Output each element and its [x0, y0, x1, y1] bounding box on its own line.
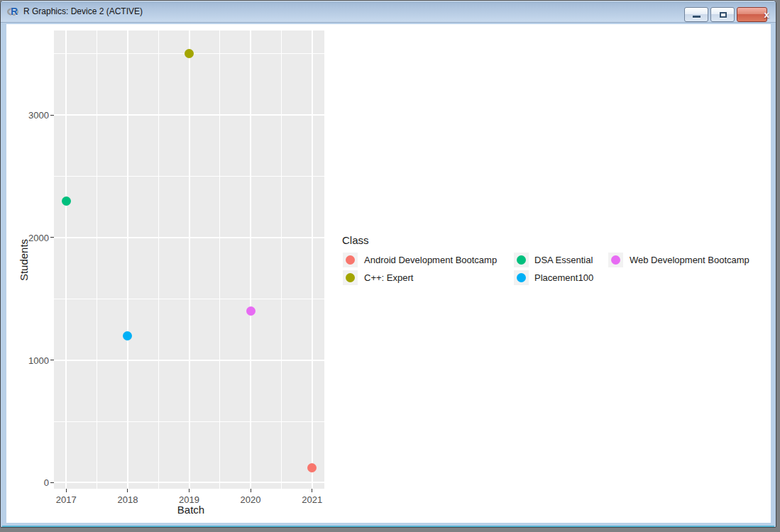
x-tick-label: 2017: [50, 494, 82, 505]
legend-key: [514, 253, 529, 267]
legend-label: DSA Essential: [534, 253, 593, 267]
legend-label: Android Development Bootcamp: [364, 253, 497, 267]
x-major-gridline: [312, 31, 313, 489]
titlebar[interactable]: R R Graphics: Device 2 (ACTIVE) x: [1, 1, 776, 23]
x-minor-gridline: [158, 31, 159, 489]
window-title: R Graphics: Device 2 (ACTIVE): [23, 6, 143, 16]
y-tick-label: 3000: [18, 110, 49, 121]
legend-point-icon: [346, 255, 355, 265]
plot-device: 010002000300020172018201920202021 Batch …: [6, 24, 771, 523]
legend-label: C++: Expert: [364, 270, 413, 285]
x-tick-mark: [66, 489, 67, 492]
data-point: [123, 331, 132, 340]
x-tick-label: 2021: [297, 494, 328, 505]
legend-title: Class: [342, 234, 369, 246]
data-point: [246, 306, 256, 316]
y-tick-mark: [50, 115, 54, 116]
y-tick-mark: [50, 237, 54, 238]
x-tick-mark: [127, 489, 128, 492]
close-icon: x: [752, 9, 777, 20]
x-minor-gridline: [281, 31, 282, 489]
legend-label: Web Development Bootcamp: [630, 253, 749, 267]
close-button[interactable]: x: [737, 7, 767, 22]
x-tick-mark: [251, 489, 251, 492]
restore-button[interactable]: [710, 7, 735, 22]
y-axis-title: Students: [18, 196, 30, 324]
y-tick-label: 0: [18, 477, 49, 488]
legend-key: [608, 253, 623, 267]
r-logo-icon: R: [7, 6, 21, 18]
restore-icon: [720, 12, 727, 18]
x-tick-mark: [312, 489, 312, 492]
y-tick-mark: [50, 482, 54, 483]
y-tick-label: 1000: [18, 355, 49, 366]
legend-key: [514, 270, 529, 285]
legend-point-icon: [517, 255, 526, 265]
x-major-gridline: [189, 31, 190, 489]
x-axis-title: Batch: [120, 504, 262, 516]
x-tick-mark: [189, 489, 189, 492]
x-major-gridline: [65, 31, 67, 489]
legend-key: [343, 270, 358, 285]
r-graphics-window: R R Graphics: Device 2 (ACTIVE) x 010002…: [0, 0, 776, 528]
legend-label: Placement100: [534, 270, 593, 285]
legend-point-icon: [517, 273, 526, 282]
x-minor-gridline: [97, 31, 97, 489]
y-tick-mark: [50, 360, 54, 360]
data-point: [62, 196, 71, 206]
minimize-icon: [693, 16, 701, 18]
legend-point-icon: [611, 255, 620, 265]
x-major-gridline: [127, 31, 128, 489]
x-major-gridline: [250, 31, 251, 489]
x-minor-gridline: [219, 31, 220, 489]
legend-key: [343, 253, 358, 267]
minimize-button[interactable]: [684, 7, 708, 22]
window-controls: x: [684, 7, 767, 22]
r-logo-letter: R: [11, 6, 18, 17]
legend-point-icon: [346, 273, 355, 282]
